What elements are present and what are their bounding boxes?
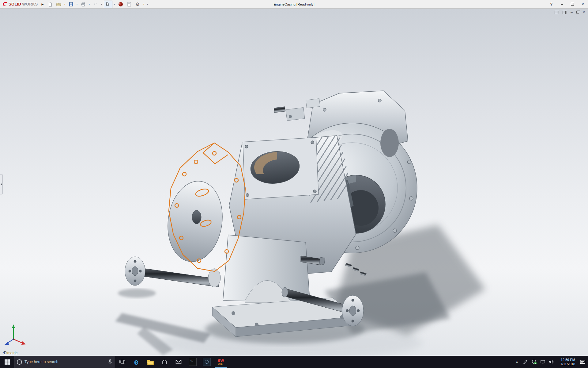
red-sphere-icon <box>118 2 123 7</box>
featuremanager-collapsed-tab[interactable] <box>0 174 3 194</box>
toolbar-flyout-arrow-icon[interactable]: ▶ <box>40 3 46 6</box>
close-button[interactable]: × <box>578 0 588 8</box>
main-toolbar: SOLIDWORKS ▶ ▾ ▾ <box>0 0 149 8</box>
solidworks-app-icon: SW 2017 <box>217 358 224 365</box>
save-button[interactable] <box>67 1 75 8</box>
gear-icon: ⚙ <box>136 2 140 7</box>
model-canvas[interactable] <box>0 9 588 356</box>
chevron-up-icon: ∧ <box>516 360 518 364</box>
select-dropdown-icon[interactable]: ▾ <box>113 3 116 6</box>
options-button[interactable]: ⚙ <box>134 1 142 8</box>
taskbar-search-box[interactable]: Type here to search <box>14 356 115 368</box>
volume-button[interactable] <box>548 356 555 368</box>
open-folder-icon <box>56 2 62 7</box>
logo-text-works: WORKS <box>22 2 38 6</box>
undo-button[interactable]: ↶ <box>92 1 100 8</box>
new-document-icon <box>47 2 53 7</box>
task-view-button[interactable] <box>115 356 129 368</box>
solidworks-logo-icon <box>2 2 8 7</box>
console-app-button[interactable]: >_ <box>186 356 200 368</box>
red-sphere-button[interactable] <box>117 1 125 8</box>
store-button[interactable] <box>157 356 172 368</box>
print-dropdown-icon[interactable]: ▾ <box>88 3 91 6</box>
view-orientation-label: *Dimetric <box>2 351 17 355</box>
open-document-button[interactable] <box>55 1 63 8</box>
file-properties-button[interactable] <box>125 1 133 8</box>
undo-dropdown-icon[interactable]: ▾ <box>100 3 103 6</box>
network-button[interactable] <box>539 356 546 368</box>
mail-icon <box>175 359 182 364</box>
doc-restore-button[interactable] <box>576 11 579 13</box>
edge-button[interactable]: e <box>129 356 143 368</box>
solidworks-logo: SOLIDWORKS <box>2 2 38 7</box>
pen-icon <box>523 359 528 364</box>
logo-text-solid: SOLID <box>9 2 21 6</box>
toolbar-overflow-dropdown-icon[interactable]: ▾ <box>146 3 149 6</box>
cortana-icon <box>17 359 22 365</box>
new-document-button[interactable] <box>46 1 54 8</box>
security-button[interactable] <box>530 356 538 368</box>
graphics-viewport[interactable]: – × *Dimetric <box>0 9 588 356</box>
properties-sheet-icon <box>126 2 132 7</box>
pen-settings-button[interactable] <box>522 356 529 368</box>
media-app-icon <box>203 358 211 366</box>
taskbar-clock[interactable]: 12:59 PM 7/11/2018 <box>556 358 578 366</box>
document-window-controls: – × <box>555 10 585 14</box>
mail-button[interactable] <box>172 356 186 368</box>
open-dropdown-icon[interactable]: ▾ <box>63 3 66 6</box>
windows-logo-icon <box>5 359 10 365</box>
tray-overflow-button[interactable]: ∧ <box>513 356 521 368</box>
file-explorer-icon <box>147 359 154 365</box>
console-icon: >_ <box>189 358 197 366</box>
search-placeholder-text: Type here to search <box>24 360 105 364</box>
solidworks-taskbar-button[interactable]: SW 2017 <box>214 356 228 368</box>
task-view-icon <box>119 359 125 364</box>
sw-badge-text: SW <box>217 358 224 362</box>
help-button[interactable]: ? <box>546 2 557 6</box>
sw-badge-year: 2017 <box>218 363 224 365</box>
security-shield-icon <box>532 359 537 365</box>
undo-icon: ↶ <box>93 2 97 7</box>
pane-right-icon[interactable] <box>563 11 567 14</box>
maximize-icon <box>571 3 574 6</box>
expand-panel-arrow-icon <box>1 183 2 186</box>
options-dropdown-icon[interactable]: ▾ <box>142 3 145 6</box>
volume-icon <box>548 359 554 364</box>
doc-close-button[interactable]: × <box>583 10 585 14</box>
print-button[interactable] <box>79 1 87 8</box>
orientation-triad[interactable] <box>5 324 26 345</box>
printer-icon <box>81 2 86 7</box>
maximize-button[interactable] <box>567 0 578 8</box>
select-tool-button[interactable] <box>104 1 112 8</box>
action-center-icon <box>580 359 586 364</box>
clock-time: 12:59 PM <box>561 358 575 362</box>
save-floppy-icon <box>68 2 74 7</box>
microphone-icon[interactable] <box>108 359 112 365</box>
titlebar: SOLIDWORKS ▶ ▾ ▾ <box>0 0 588 9</box>
restore-icon <box>576 11 579 13</box>
action-center-button[interactable] <box>579 356 586 368</box>
start-button[interactable] <box>0 356 14 368</box>
save-dropdown-icon[interactable]: ▾ <box>76 3 79 6</box>
clock-date: 7/11/2018 <box>560 362 575 366</box>
system-tray: ∧ <box>513 356 588 368</box>
media-app-button[interactable] <box>200 356 214 368</box>
doc-minimize-button[interactable]: – <box>571 10 573 14</box>
windows-taskbar: Type here to search e <box>0 356 588 368</box>
pane-left-icon[interactable] <box>555 11 559 14</box>
edge-icon: e <box>134 358 138 366</box>
select-cursor-icon <box>105 2 111 7</box>
network-icon <box>540 359 545 365</box>
store-bag-icon <box>161 359 168 365</box>
file-explorer-button[interactable] <box>143 356 157 368</box>
minimize-button[interactable]: – <box>557 0 567 8</box>
